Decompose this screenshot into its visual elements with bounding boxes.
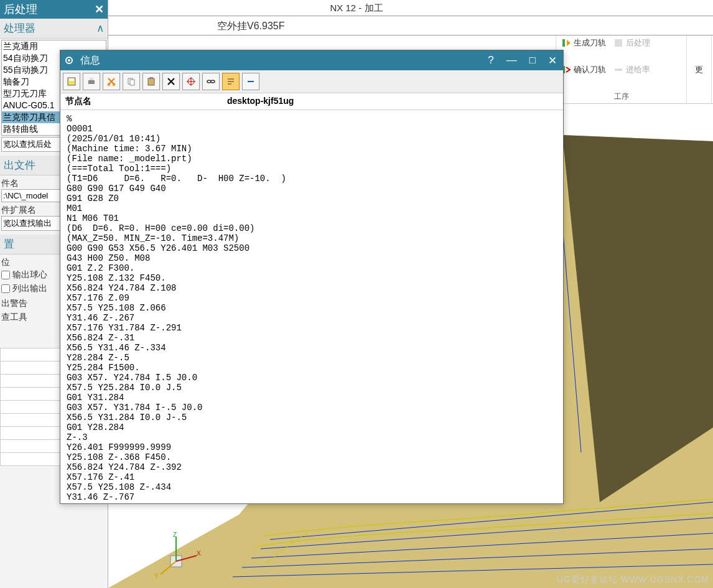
svg-text:X: X — [197, 550, 201, 557]
info-body-scroll[interactable]: % O0001 (2025/01/01 10:41) (Machine time… — [60, 110, 563, 503]
panel-titlebar[interactable]: 后处理 ✕ — [0, 0, 108, 19]
close-icon[interactable]: ✕ — [544, 54, 561, 67]
svg-point-38 — [211, 80, 215, 83]
chevron-up-icon: ∧ — [96, 22, 104, 35]
svg-point-37 — [207, 80, 211, 83]
feedrate-button[interactable]: 进给率 — [612, 63, 651, 76]
svg-line-20 — [161, 561, 176, 574]
copy-button[interactable] — [123, 73, 140, 90]
target-button[interactable] — [182, 73, 200, 90]
information-window: 信息 ? — □ ✕ 节点名 desktop-kjf51ug % O0001 (… — [60, 50, 564, 504]
svg-rect-26 — [88, 80, 95, 84]
gear-icon — [63, 54, 75, 67]
cut-button[interactable] — [103, 73, 120, 90]
save-button[interactable] — [63, 73, 80, 90]
paste-button[interactable] — [142, 73, 160, 90]
minimize-icon[interactable]: — — [503, 54, 521, 67]
delete-button[interactable] — [162, 73, 180, 90]
maximize-icon[interactable]: □ — [526, 54, 539, 67]
svg-rect-31 — [130, 80, 134, 85]
svg-rect-6 — [615, 68, 622, 71]
view-triad: Z X Y — [152, 531, 202, 581]
generate-toolpath-button[interactable]: 生成刀轨 — [560, 37, 607, 49]
svg-rect-42 — [248, 81, 254, 82]
section-processor[interactable]: 处理器∧ — [0, 19, 108, 39]
more-button[interactable]: 更 — [694, 63, 704, 76]
svg-rect-33 — [149, 77, 153, 79]
svg-rect-32 — [148, 78, 154, 85]
watermark: UG爱好者论坛 WWW.UGSNX.COM — [557, 574, 709, 586]
panel-title-text: 后处理 — [4, 2, 37, 17]
svg-rect-3 — [562, 39, 565, 47]
info-titlebar[interactable]: 信息 ? — □ ✕ — [60, 50, 563, 70]
ribbon-group-label: 工序 — [560, 90, 683, 102]
svg-rect-4 — [615, 39, 622, 47]
col-node-name: 节点名 — [65, 96, 227, 107]
close-icon[interactable]: ✕ — [95, 2, 104, 16]
link-button[interactable] — [202, 73, 220, 90]
postprocess-button[interactable]: 后处理 — [612, 37, 651, 49]
svg-point-23 — [68, 59, 70, 62]
svg-text:Z: Z — [173, 531, 177, 538]
plugin-version: 空外挂V6.935F — [217, 21, 284, 31]
print-button[interactable] — [83, 73, 100, 90]
gcode-listing[interactable]: % O0001 (2025/01/01 10:41) (Machine time… — [60, 110, 563, 503]
wrap-toggle-button[interactable] — [222, 73, 240, 90]
help-icon[interactable]: ? — [484, 54, 497, 67]
info-title-text: 信息 — [80, 54, 479, 67]
col-node-value: desktop-kjf51ug — [227, 96, 294, 107]
verify-toolpath-button[interactable]: 确认刀轨 — [560, 63, 607, 76]
svg-text:Y: Y — [154, 572, 159, 579]
svg-rect-25 — [69, 78, 74, 81]
svg-rect-27 — [90, 78, 93, 80]
sub-app-bar: 空外挂V6.935F — [108, 16, 713, 35]
collapse-button[interactable] — [242, 73, 259, 90]
info-columns-header: 节点名 desktop-kjf51ug — [60, 93, 563, 110]
info-toolbar — [60, 70, 563, 93]
